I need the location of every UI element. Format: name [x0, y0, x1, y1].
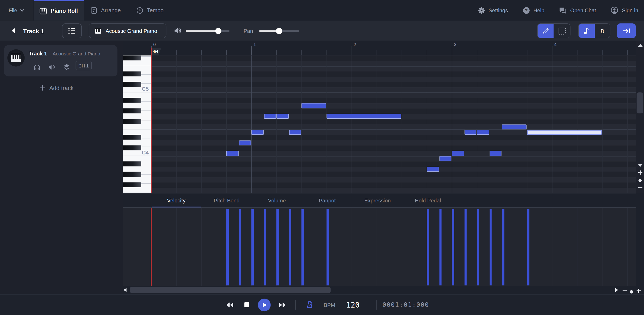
sign-in-button[interactable]: Sign in [611, 6, 638, 14]
timeline-ruler[interactable]: 4/4 01234 [123, 41, 636, 56]
tab-arrange[interactable]: Arrange [84, 0, 128, 20]
rewind-button[interactable] [224, 294, 236, 315]
ruler-tick [276, 50, 277, 56]
metronome-button[interactable] [305, 294, 314, 315]
note[interactable] [502, 124, 526, 130]
note[interactable] [452, 151, 464, 156]
file-menu-button[interactable]: File [0, 0, 33, 20]
note-length-value[interactable]: 8 [595, 24, 610, 38]
zoom-in-vertical-button[interactable] [636, 169, 644, 176]
playback-position: 0001:01:000 [382, 294, 429, 315]
velocity-bar[interactable] [226, 209, 228, 286]
tab-tempo[interactable]: Tempo [127, 0, 172, 20]
velocity-bar[interactable] [289, 209, 291, 286]
velocity-bar[interactable] [427, 209, 429, 286]
note[interactable] [464, 130, 476, 135]
piano-black-key[interactable] [123, 135, 141, 140]
track-card[interactable]: Track 1 Acoustic Grand Piano [4, 45, 118, 76]
note[interactable] [427, 167, 439, 172]
zoom-out-vertical-button[interactable] [636, 184, 644, 191]
controller-tab-panpot[interactable]: Panpot [302, 194, 352, 208]
note[interactable] [276, 114, 288, 119]
note[interactable] [302, 103, 326, 108]
horizontal-scrollbar-thumb[interactable] [130, 287, 331, 293]
back-button[interactable] [11, 28, 16, 36]
open-chat-button[interactable]: Open Chat [559, 7, 596, 14]
stop-button[interactable] [242, 294, 251, 315]
octave-label: C4 [123, 150, 149, 156]
zoom-out-horizontal-button[interactable] [622, 288, 627, 295]
scroll-right-button[interactable] [615, 288, 618, 292]
note-selected[interactable] [527, 130, 602, 135]
velocity-bar[interactable] [264, 209, 266, 286]
grid-row [151, 146, 636, 151]
note[interactable] [289, 130, 301, 135]
zoom-in-horizontal-button[interactable] [636, 288, 641, 295]
controller-tab-pitch-bend[interactable]: Pitch Bend [202, 194, 252, 208]
velocity-bar[interactable] [464, 209, 466, 286]
piano-keyboard[interactable]: C5C4 [123, 56, 151, 193]
controller-tab-velocity[interactable]: Velocity [151, 194, 202, 208]
controller-tab-expression[interactable]: Expression [352, 194, 403, 208]
scroll-down-button[interactable] [636, 162, 644, 168]
note[interactable] [439, 156, 451, 161]
note[interactable] [489, 151, 502, 156]
note[interactable] [326, 114, 401, 119]
layers-button[interactable] [63, 63, 70, 71]
velocity-graph[interactable] [123, 208, 636, 286]
zoom-reset-vertical-handle[interactable] [636, 177, 644, 184]
piano-black-key[interactable] [123, 108, 141, 114]
vertical-scrollbar-thumb[interactable] [636, 92, 643, 114]
velocity-bar[interactable] [452, 209, 454, 286]
track-list-button[interactable] [62, 24, 82, 38]
velocity-bar[interactable] [477, 209, 479, 286]
velocity-bar[interactable] [527, 209, 529, 286]
help-button[interactable]: ? Help [523, 7, 544, 14]
measure-line [552, 56, 552, 193]
note-length-button[interactable] [579, 24, 595, 38]
instrument-select-button[interactable]: Acoustic Grand Piano [89, 24, 166, 38]
velocity-bar[interactable] [439, 209, 442, 286]
velocity-bar[interactable] [252, 209, 254, 286]
volume-slider-thumb[interactable] [215, 28, 221, 34]
velocity-bar[interactable] [239, 209, 241, 286]
note[interactable] [264, 114, 276, 119]
velocity-bar[interactable] [502, 209, 504, 286]
velocity-bar[interactable] [276, 209, 279, 286]
piano-black-key[interactable] [123, 56, 141, 60]
note[interactable] [226, 151, 238, 156]
scroll-up-button[interactable] [636, 42, 644, 48]
tab-piano-roll[interactable]: Piano Roll [34, 0, 84, 20]
velocity-bar[interactable] [489, 209, 492, 286]
note[interactable] [477, 130, 489, 135]
piano-black-key[interactable] [123, 72, 141, 76]
channel-badge[interactable]: CH 1 [76, 61, 92, 70]
fast-forward-button[interactable] [276, 294, 288, 315]
pencil-tool-button[interactable] [538, 24, 554, 38]
piano-black-key[interactable] [123, 98, 141, 103]
settings-button[interactable]: Settings [478, 7, 508, 14]
mute-speaker-button[interactable] [48, 63, 55, 71]
controller-tab-hold-pedal[interactable]: Hold Pedal [402, 194, 453, 208]
piano-black-key[interactable] [123, 161, 141, 166]
scroll-left-button[interactable] [124, 288, 126, 292]
gear-icon [478, 7, 485, 14]
solo-headphones-button[interactable] [33, 63, 41, 71]
controller-tab-volume[interactable]: Volume [252, 194, 302, 208]
time-signature-badge[interactable]: 4/4 [151, 48, 162, 56]
add-track-button[interactable]: Add track [39, 83, 74, 93]
velocity-bar[interactable] [302, 209, 304, 286]
note[interactable] [252, 130, 264, 135]
piano-black-key[interactable] [123, 119, 141, 124]
piano-black-key[interactable] [123, 172, 141, 177]
bpm-value[interactable]: 120 [346, 294, 360, 315]
pan-slider-thumb[interactable] [276, 28, 282, 34]
note-grid[interactable] [151, 56, 636, 193]
velocity-bar[interactable] [326, 209, 329, 286]
play-button[interactable] [258, 298, 271, 311]
selection-tool-button[interactable] [554, 24, 570, 38]
piano-black-key[interactable] [123, 182, 141, 188]
jump-to-end-button[interactable] [617, 24, 636, 38]
note[interactable] [239, 140, 251, 145]
tab-piano-roll-label: Piano Roll [51, 8, 78, 14]
